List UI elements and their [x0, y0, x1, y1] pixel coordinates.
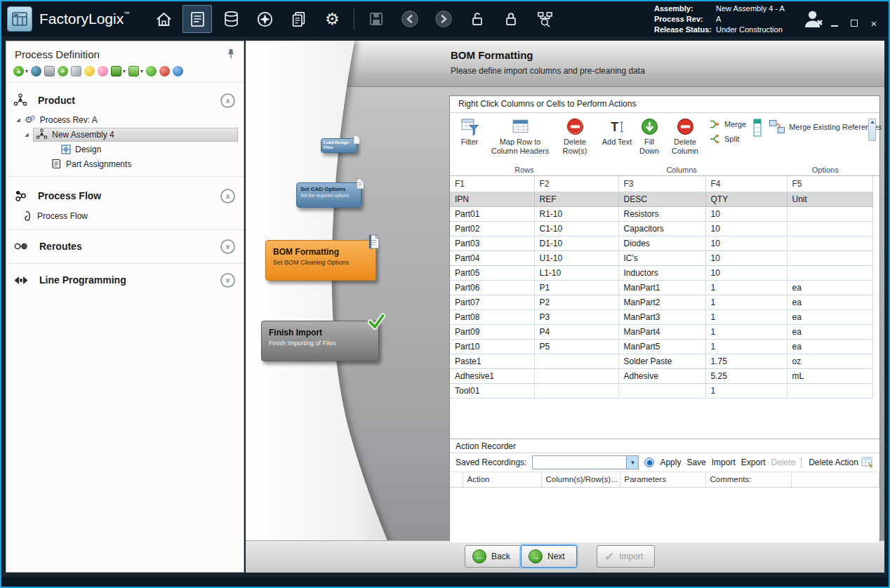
bom-cell[interactable]: ManPart3 [618, 309, 705, 324]
bom-cell[interactable]: P2 [534, 295, 618, 309]
bom-table-row[interactable]: Part10P5ManPart51ea [450, 339, 872, 354]
bom-cell[interactable]: P3 [534, 309, 618, 324]
bom-cell[interactable]: Paste1 [450, 354, 534, 368]
map-row-button[interactable]: Map Row to Column Headers [486, 116, 554, 155]
bom-cell[interactable]: Solder Paste [618, 354, 705, 368]
bom-cell[interactable]: 10 [705, 206, 787, 221]
recorder-column-header[interactable]: Parameters [620, 472, 705, 487]
bom-cell[interactable] [787, 383, 872, 398]
tree-item-process-flow[interactable]: Process Flow [6, 208, 244, 225]
bom-cell[interactable]: Inductors [618, 265, 705, 280]
save-recording-button[interactable]: Save [686, 457, 705, 467]
bom-cell[interactable]: 1 [705, 339, 787, 354]
bom-cell[interactable] [534, 368, 618, 383]
delete-column-button[interactable]: Delete Column [666, 116, 704, 155]
flow-step-bom-formatting[interactable]: BOM Formatting Set BOM Cleaning Options [265, 240, 376, 281]
bom-column-header[interactable]: F1 [450, 176, 534, 192]
bom-cell[interactable]: 1 [705, 383, 787, 398]
bom-cell[interactable]: ea [787, 280, 872, 295]
bom-cell[interactable]: 10 [705, 221, 787, 236]
bom-cell[interactable]: Part08 [450, 309, 534, 324]
expand-reroutes-icon[interactable]: ∨ [220, 239, 235, 254]
save-button[interactable] [361, 5, 391, 33]
bom-table-row[interactable]: Part09P4ManPart41ea [450, 324, 872, 339]
transfer-icon[interactable]: + [58, 66, 68, 76]
bom-cell[interactable]: ManPart2 [618, 295, 705, 309]
bom-table-row[interactable]: Part04U1-10IC's10 [450, 250, 872, 265]
home-button[interactable] [149, 5, 178, 33]
expander-icon[interactable]: ◢ [23, 132, 30, 138]
tree-section-line-programming[interactable]: Line Programming ∨ [6, 268, 244, 292]
highlight-icon[interactable] [84, 66, 95, 76]
expand-line-programming-icon[interactable]: ∨ [220, 273, 235, 288]
expander-icon[interactable]: ◢ [15, 117, 22, 123]
recorder-column-header[interactable]: Action [463, 472, 541, 487]
documents-button[interactable] [284, 5, 313, 33]
bom-column-header[interactable]: F4 [705, 176, 787, 192]
minimize-button[interactable] [830, 18, 839, 28]
maximize-button[interactable] [849, 18, 859, 28]
bom-cell[interactable]: Part10 [450, 339, 534, 354]
bom-table-row[interactable]: Part06P1ManPart11ea [450, 280, 872, 295]
bom-cell[interactable]: DESC [618, 192, 705, 206]
back-nav-button[interactable] [395, 5, 425, 33]
delete-rows-button[interactable]: Delete Row(s) [555, 116, 595, 155]
collapse-product-icon[interactable]: ∧ [220, 93, 235, 108]
status-blue-icon[interactable] [173, 66, 183, 76]
lock-button[interactable] [496, 5, 526, 33]
export-recording-button[interactable]: Export [741, 457, 766, 467]
bom-cell[interactable]: ManPart5 [618, 339, 705, 354]
bom-cell[interactable]: 1 [705, 324, 787, 339]
print-icon[interactable] [44, 66, 55, 76]
status-green-icon[interactable] [146, 66, 157, 76]
close-button[interactable]: × [869, 18, 879, 28]
bom-cell[interactable] [787, 265, 872, 280]
bom-cell[interactable]: Part04 [450, 250, 534, 265]
bom-cell[interactable]: U1-10 [534, 250, 618, 265]
bom-cell[interactable]: 1 [705, 295, 787, 309]
bom-table-row[interactable]: Part03D1-10Diodes10 [450, 236, 872, 250]
filter-button[interactable]: Filter [454, 116, 485, 147]
bom-cell[interactable]: Part02 [450, 221, 534, 236]
bom-cell[interactable]: 5.25 [705, 368, 787, 383]
selected-tree-item[interactable]: New Assembly 4 [33, 128, 238, 142]
add-caret-icon[interactable]: ▾ [25, 68, 28, 74]
materials-button[interactable] [216, 5, 246, 33]
merge-button[interactable]: Merge [710, 119, 746, 130]
flow-step-finish-import[interactable]: Finish Import Finish Importing of Files [261, 321, 379, 361]
tree-item-new-assembly[interactable]: ◢ New Assembly 4 [6, 127, 244, 142]
bom-cell[interactable]: Tool01 [450, 383, 534, 398]
bom-cell[interactable]: P4 [534, 324, 618, 339]
bom-table-row[interactable]: Part01R1-10Resistors10 [450, 206, 872, 221]
flow-step-load-design-files[interactable]: Load Design Files [321, 138, 357, 153]
split-button[interactable]: Split [710, 133, 746, 145]
bom-cell[interactable]: Resistors [618, 206, 705, 221]
bom-cell[interactable]: QTY [705, 192, 787, 206]
bom-cell[interactable]: ea [787, 309, 872, 324]
apply-label[interactable]: Apply [660, 457, 681, 467]
apply-radio[interactable] [644, 457, 654, 467]
views-caret-icon[interactable]: ▾ [140, 68, 143, 74]
bom-table-row[interactable]: Paste1Solder Paste1.75oz [450, 354, 872, 368]
tree-section-product[interactable]: Product ∧ [6, 88, 244, 112]
bom-cell[interactable] [787, 206, 872, 221]
bom-column-header[interactable]: F5 [787, 176, 872, 192]
pin-icon[interactable] [227, 48, 235, 59]
bom-table-row[interactable]: Adhesive1Adhesive5.25mL [450, 368, 872, 383]
bom-cell[interactable]: P1 [534, 280, 618, 295]
back-button[interactable]: ← Back [465, 545, 522, 568]
bom-column-header[interactable]: F2 [534, 176, 618, 192]
bom-cell[interactable]: 10 [705, 236, 787, 250]
navigation-button[interactable] [250, 5, 279, 33]
bom-cell[interactable]: Part09 [450, 324, 534, 339]
recorder-column-header[interactable]: Column(s)/Row(s)... [541, 472, 620, 487]
fill-down-button[interactable]: Fill Down [634, 116, 665, 155]
bom-cell[interactable]: Adhesive1 [450, 368, 534, 383]
saved-recordings-select[interactable]: ▾ [532, 455, 639, 469]
unlock-button[interactable] [463, 5, 492, 33]
flow-step-set-cad-options[interactable]: Set CAD Options Set the required options [296, 182, 361, 208]
toolbar-scrollbar[interactable] [868, 119, 876, 141]
bom-cell[interactable]: P5 [534, 339, 618, 354]
flower-icon[interactable] [98, 66, 108, 76]
tree-section-reroutes[interactable]: Reroutes ∨ [6, 234, 244, 258]
